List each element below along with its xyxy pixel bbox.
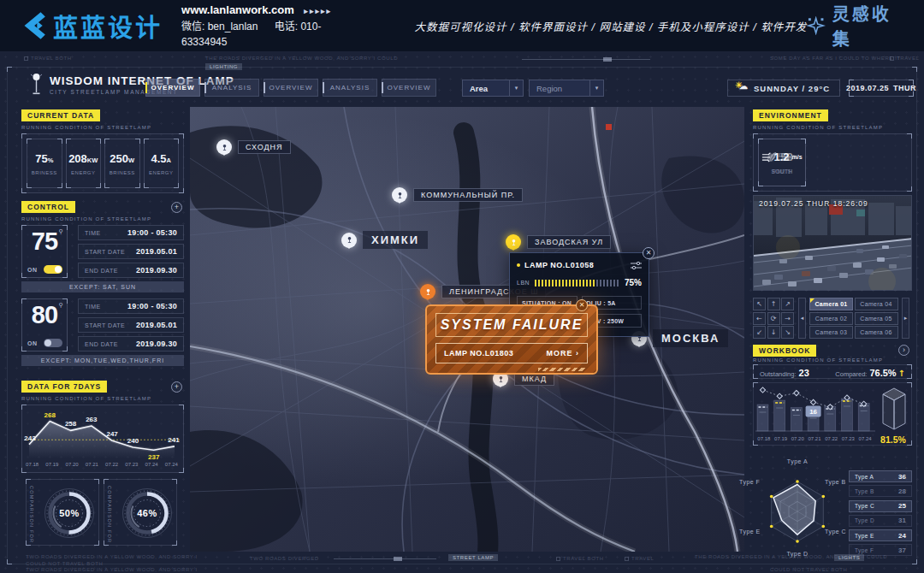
pan-up-button[interactable]: ↑: [767, 298, 780, 310]
pan-down-left-button[interactable]: ↙: [753, 326, 766, 339]
pan-down-right-button[interactable]: ↘: [781, 326, 794, 339]
tab-overview-3[interactable]: OVERVIEW: [382, 79, 436, 97]
trend-marker: [810, 399, 815, 405]
tab-label: OVERVIEW: [270, 84, 313, 92]
radar-axis-label: Type C: [825, 529, 846, 535]
tab-overview-1[interactable]: OVERVIEW: [145, 79, 200, 97]
camera-prev-button[interactable]: ◂: [798, 298, 806, 339]
sliders-icon[interactable]: [631, 262, 642, 269]
legend-row-type-c[interactable]: Type C25: [849, 500, 912, 512]
control-add-button[interactable]: +: [171, 202, 182, 213]
tab-overview-2[interactable]: OVERVIEW: [264, 79, 318, 97]
map-marker-kommunalny[interactable]: КОММУНАЛЬНЫЙ ПР.: [392, 187, 523, 203]
row-value: 2019.09.30: [136, 340, 177, 348]
workbook-expand-button[interactable]: ›: [898, 345, 909, 356]
corner-mark: [907, 186, 912, 192]
corner-mark: [94, 479, 99, 484]
close-icon[interactable]: ✕: [643, 247, 654, 259]
chevron-down-icon[interactable]: ▾: [509, 80, 523, 96]
corner-mark: [66, 183, 71, 188]
on-label: ON: [27, 340, 38, 346]
tab-analysis-1[interactable]: ANALYSIS: [204, 79, 259, 97]
map-marker-skhodnya[interactable]: СХОДНЯ: [216, 139, 291, 155]
pan-up-left-button[interactable]: ↖: [753, 298, 766, 310]
stat-value: 208: [68, 152, 87, 165]
camera-05-button[interactable]: Camera 05: [855, 312, 898, 325]
stat-card-energy-2: 4.5A ENERGY: [144, 139, 180, 188]
legend-row-type-a[interactable]: Type A36: [849, 470, 912, 482]
more-button[interactable]: MORE ›: [547, 349, 580, 357]
camera-03-button[interactable]: Camera 03: [809, 326, 853, 339]
current-data-subtitle: RUNNING CONDITION OF STREETLAMP: [21, 125, 151, 130]
map-marker-zavodskaya[interactable]: ЗАВОДСКАЯ УЛ: [506, 234, 611, 250]
close-icon[interactable]: ✕: [576, 299, 588, 311]
end-date-row: END DATE2019.09.30: [78, 263, 184, 278]
website-link[interactable]: www.lanlanwork.com ▸▸▸▸▸: [181, 2, 376, 19]
camera-view[interactable]: 2019.07.25 THUR 18:26:09: [753, 195, 912, 291]
cube-percentage: 81.5%: [875, 434, 911, 445]
tab-analysis-2[interactable]: ANALYSIS: [323, 79, 377, 97]
row-value: 2019.09.30: [136, 266, 177, 275]
contact-block: www.lanlanwork.com ▸▸▸▸▸ 微信: ben_lanlan …: [181, 2, 376, 50]
corner-mark: [907, 364, 912, 369]
website-url[interactable]: www.lanlanwork.com: [181, 3, 294, 16]
services-list: 大数据可视化设计 / 软件界面设计 / 网站建设 / 手机及小程序设计 / 软件…: [415, 18, 808, 34]
legend-row-type-b[interactable]: Type B28: [849, 485, 912, 497]
workbook-stats: Outstanding:23 Compared:76.5%↑: [753, 364, 912, 379]
camera-list: Camera 01 Camera 02 Camera 03 Camera 04 …: [809, 298, 898, 339]
camera-next-button[interactable]: ▸: [902, 298, 909, 339]
start-date-row: START DATE2019.05.01: [78, 317, 184, 333]
radar-axis-label: Type E: [739, 529, 761, 535]
corner-mark: [104, 139, 110, 144]
camera-06-button[interactable]: Camera 06: [855, 326, 898, 339]
tab-tick: [264, 82, 265, 93]
camera-02-button[interactable]: Camera 02: [809, 312, 853, 325]
chevron-down-icon[interactable]: ▾: [589, 80, 603, 96]
radar-vertex-dot: [796, 540, 799, 543]
lamp-toggle-off[interactable]: [44, 339, 62, 347]
camera-01-button[interactable]: Camera 01: [809, 298, 853, 310]
streetlamp-pin-icon[interactable]: [420, 284, 435, 299]
brightness-bar[interactable]: [535, 280, 619, 286]
area-dropdown[interactable]: Area ▾: [462, 80, 524, 97]
legend-row-type-d[interactable]: Type D31: [849, 515, 912, 527]
corner-mark: [21, 346, 27, 351]
corner-mark: [801, 139, 806, 144]
legend-row-type-e[interactable]: Type E24: [849, 529, 912, 541]
pan-right-button[interactable]: →: [781, 312, 794, 325]
stat-value: 4.5: [151, 152, 167, 165]
chart-bar: [791, 408, 802, 432]
data7days-add-button[interactable]: +: [171, 381, 182, 393]
corner-mark: [104, 183, 110, 188]
legend-value: 36: [898, 473, 906, 481]
camera-04-button[interactable]: Camera 04: [855, 298, 898, 310]
radar-vertex-dot: [770, 525, 773, 529]
data-point-label: 263: [86, 416, 98, 423]
row-label: TIME: [85, 230, 101, 236]
x-axis-label: 07.22: [102, 462, 121, 467]
lamp-toggle-on[interactable]: [44, 265, 62, 274]
pan-left-button[interactable]: ←: [753, 312, 766, 325]
gauge-label: COMPARISON FOR: [107, 486, 112, 543]
pan-up-right-button[interactable]: ↗: [781, 298, 794, 310]
region-dropdown[interactable]: Region ▾: [529, 80, 604, 97]
corner-mark: [172, 479, 177, 484]
streetlamp-pin-icon[interactable]: [216, 139, 232, 155]
corner-mark: [753, 364, 758, 369]
streetlamp-pin-icon[interactable]: [392, 187, 407, 203]
decor-text: TRAVEL BOTH: [556, 556, 604, 561]
inspiration-collect[interactable]: 灵感收集: [807, 1, 909, 50]
streetlamp-pin-icon[interactable]: [341, 233, 357, 248]
except-bar-1: EXCEPT: SAT, SUN: [21, 281, 184, 292]
pan-down-button[interactable]: ↓: [767, 326, 780, 339]
corner-mark: [7, 559, 12, 564]
map-marker-khimki[interactable]: ХИМКИ: [341, 231, 428, 249]
camera-timestamp: 2019.07.25 THUR 18:26:09: [759, 199, 868, 208]
streetlamp-pin-icon[interactable]: [506, 234, 521, 250]
row-label: START DATE: [85, 322, 125, 328]
city-map[interactable]: СХОДНЯ КОММУНАЛЬНЫЙ ПР. ХИМКИ ЗАВОДСКАЯ …: [190, 107, 744, 552]
legend-value: 24: [898, 532, 906, 540]
brand-name: 蓝蓝设计: [53, 8, 163, 44]
lamp-mini-icon: ⚲: [59, 302, 63, 309]
reset-view-button[interactable]: ⟳: [767, 312, 780, 325]
